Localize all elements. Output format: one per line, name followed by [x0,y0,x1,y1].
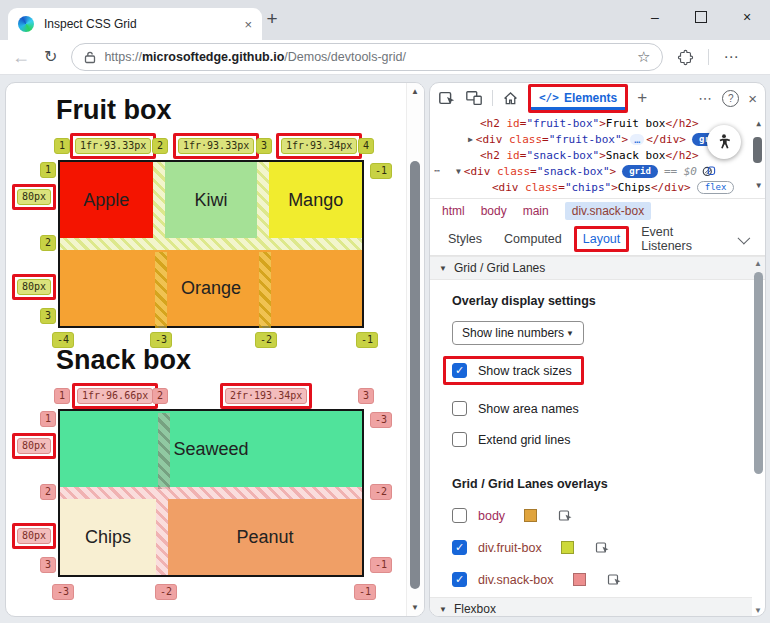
tab-title: Inspect CSS Grid [44,17,137,31]
grid-line-number: 3 [358,388,374,404]
tab-close-icon[interactable]: × [244,17,252,32]
accessibility-helper-button[interactable] [707,125,741,159]
refresh-icon[interactable]: ↻ [44,49,57,65]
inspect-element-icon[interactable] [607,572,622,587]
show-area-names-checkbox[interactable] [452,401,467,416]
url-host: microsoftedge.github.io [142,50,284,64]
favorite-star-icon[interactable]: ☆ [637,48,650,66]
address-bar[interactable]: https://microsoftedge.github.io/Demos/de… [71,43,663,71]
grid-line-number: -2 [155,584,177,600]
tab-styles[interactable]: Styles [438,226,492,252]
tab-computed[interactable]: Computed [494,226,572,252]
expand-arrow-icon[interactable]: ▶ [468,135,473,144]
browser-tab[interactable]: Inspect CSS Grid × [8,8,262,40]
tab-event-listeners[interactable]: Event Listeners [631,219,736,259]
extensions-puzzle-icon[interactable] [677,49,694,66]
code-token: = [520,117,527,130]
maximize-button[interactable] [678,0,724,34]
annotation-red-box: 1fr·96.66px [72,383,158,409]
code-token: > [610,165,617,178]
chevron-down-icon[interactable] [738,231,751,244]
scroll-up-icon[interactable]: ▲ [407,87,423,96]
collapse-arrow-icon: ▼ [439,605,447,614]
show-track-sizes-checkbox[interactable]: ✓ [452,363,467,378]
flexbox-section-header[interactable]: ▼ Flexbox [430,597,752,617]
inspect-element-icon[interactable] [595,540,610,555]
grid-badge[interactable]: grid [622,165,658,178]
extend-grid-lines-row[interactable]: Extend grid lines [452,432,765,447]
grid-section-header[interactable]: ▼ Grid / Grid Lanes [430,256,765,280]
maximize-icon [695,11,707,23]
extend-grid-lines-checkbox[interactable] [452,432,467,447]
flex-badge[interactable]: flex [697,181,735,194]
grid-line-number: -1 [370,163,392,179]
code-token: > [611,181,618,194]
overlay-color-swatch[interactable] [573,573,586,586]
line-numbers-dropdown[interactable]: Show line numbers ▼ [452,321,584,345]
grid-gap-hatch [155,252,167,328]
annotation-red-box: </> Elements [528,84,628,113]
checkbox-label: Show track sizes [478,364,572,378]
overlay-color-swatch[interactable] [524,509,537,522]
crumb-main[interactable]: main [523,204,549,218]
snack-box-heading: Snack box [56,345,191,376]
cell-seaweed: Seaweed [60,411,362,487]
grid-line-number: -1 [354,584,376,600]
collapsed-content-icon[interactable]: … [630,134,644,145]
overlay-row-fruit-box[interactable]: ✓ div.fruit-box [452,540,765,555]
back-icon[interactable]: ← [12,48,30,66]
cell-peanut: Peanut [168,499,362,575]
annotation-red-box: ✓ Show track sizes [430,345,765,385]
code-brackets-icon: </> [539,91,559,104]
scrollbar-thumb[interactable] [753,137,762,163]
scrollbar-thumb[interactable] [410,161,420,589]
browser-menu-icon[interactable]: ⋯ [723,48,738,66]
scrollbar-thumb[interactable] [754,272,763,474]
scroll-down-icon[interactable]: ▼ [754,606,762,615]
minimize-button[interactable]: – [632,0,678,34]
snack-box-overlay-checkbox[interactable]: ✓ [452,572,467,587]
devtools-close-icon[interactable]: × [748,90,757,107]
inspect-element-icon[interactable] [438,89,456,107]
selected-node-hint: == $0 [664,165,697,178]
close-button[interactable]: × [724,0,770,34]
show-track-sizes-row[interactable]: ✓ Show track sizes [443,356,584,385]
device-emulation-icon[interactable] [465,89,483,107]
node-options-dots[interactable]: ⋯ [434,165,440,176]
home-icon[interactable] [502,90,519,107]
track-size-label: 1fr·93.33px [178,138,254,154]
annotation-red-box: 80px [12,433,56,459]
overlay-row-snack-box[interactable]: ✓ div.snack-box [452,572,765,587]
add-tool-button[interactable]: + [637,88,647,108]
collapse-arrow-icon[interactable]: ▼ [456,167,461,176]
flexbox-section-title: Flexbox [454,602,496,616]
dom-node-div-chips[interactable]: <div class="chips">Chips</div>flex [430,179,765,195]
dom-node-div-snack-box-selected[interactable]: ▼<div class="snack-box">grid== $0 [430,163,765,179]
grid-line-number: 2 [40,484,56,500]
inspect-element-icon[interactable] [558,508,573,523]
copilot-icon[interactable] [702,164,716,178]
fruit-grid-cells: Apple Kiwi Mango Orange [60,162,362,326]
overlay-row-body[interactable]: body [452,508,765,523]
scroll-up-icon[interactable]: ▲ [756,119,761,128]
help-icon[interactable]: ? [722,90,739,107]
code-token: <div [476,133,503,146]
grid-line-number: 1 [40,162,56,178]
tab-elements[interactable]: </> Elements [531,87,625,110]
scroll-down-icon[interactable]: ▼ [756,181,761,190]
show-area-names-row[interactable]: Show area names [452,401,765,416]
devtools-menu-icon[interactable]: ⋯ [698,90,713,106]
crumb-snack-box[interactable]: div.snack-box [565,202,651,220]
overlay-color-swatch[interactable] [561,541,574,554]
crumb-html[interactable]: html [442,204,465,218]
fruit-box-overlay-checkbox[interactable]: ✓ [452,540,467,555]
crumb-body[interactable]: body [481,204,507,218]
dropdown-value: Show line numbers [462,326,564,340]
tab-layout[interactable]: Layout [577,229,627,249]
page-scrollbar[interactable]: ▲ ▼ [406,83,424,616]
new-tab-button[interactable]: + [260,7,284,31]
scroll-down-icon[interactable]: ▼ [407,603,423,612]
body-overlay-checkbox[interactable] [452,508,467,523]
scroll-up-icon[interactable]: ▲ [754,259,762,268]
track-size-label: 1fr·93.33px [75,138,151,154]
